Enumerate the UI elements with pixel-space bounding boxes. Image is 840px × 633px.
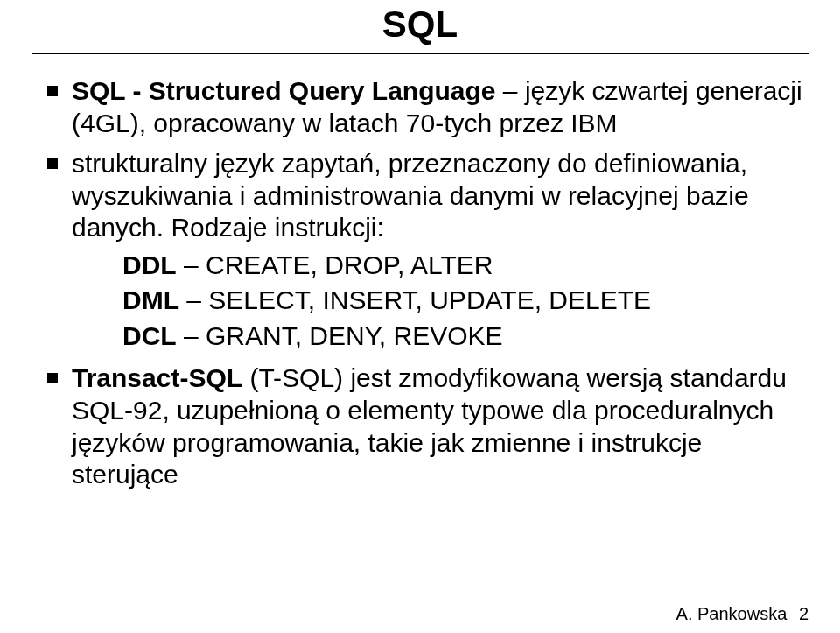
bullet-item: SQL - Structured Query Language – język … xyxy=(47,75,808,139)
sub-term: DML xyxy=(122,285,179,314)
bullet-term: Transact-SQL xyxy=(72,363,242,392)
sub-term: DDL xyxy=(122,250,177,279)
footer-page: 2 xyxy=(799,604,808,623)
bullet-item: strukturalny język zapytań, przeznaczony… xyxy=(47,148,808,354)
title-rule xyxy=(32,53,808,54)
sub-rest: – GRANT, DENY, REVOKE xyxy=(177,321,503,350)
sub-rest: – SELECT, INSERT, UPDATE, DELETE xyxy=(179,285,651,314)
footer-author: A. Pankowska xyxy=(676,604,788,623)
sub-item: DCL – GRANT, DENY, REVOKE xyxy=(122,319,808,355)
sub-item: DDL – CREATE, DROP, ALTER xyxy=(122,248,808,284)
sub-list: DDL – CREATE, DROP, ALTER DML – SELECT, … xyxy=(72,248,808,355)
sub-item: DML – SELECT, INSERT, UPDATE, DELETE xyxy=(122,283,808,319)
bullet-plain: strukturalny język zapytań, przeznaczony… xyxy=(72,149,749,242)
footer: A. Pankowska 2 xyxy=(676,604,808,624)
page-title: SQL xyxy=(32,0,808,53)
sub-rest: – CREATE, DROP, ALTER xyxy=(177,250,494,279)
bullet-term: SQL - Structured Query Language xyxy=(72,76,496,105)
bullet-list: SQL - Structured Query Language – język … xyxy=(32,75,808,491)
sub-term: DCL xyxy=(122,321,177,350)
bullet-item: Transact-SQL (T-SQL) jest zmodyfikowaną … xyxy=(47,362,808,490)
